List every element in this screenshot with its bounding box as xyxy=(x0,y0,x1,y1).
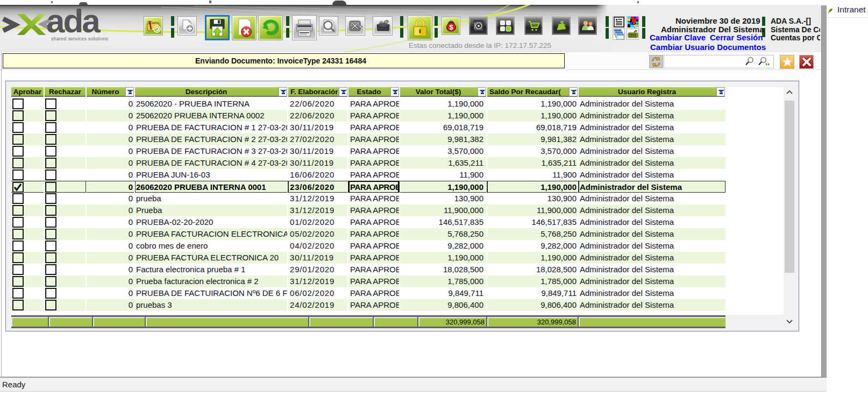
svg-text:$: $ xyxy=(449,23,453,31)
svg-text:$: $ xyxy=(560,20,563,26)
